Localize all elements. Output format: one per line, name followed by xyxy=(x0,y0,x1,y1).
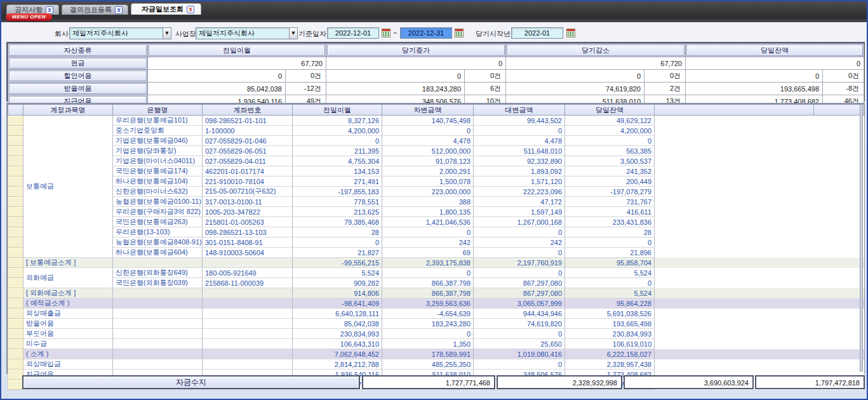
cell-bank-name[interactable] xyxy=(113,309,203,319)
cell-prev-balance[interactable]: 230,834,993 xyxy=(293,329,382,339)
cell-bank-name[interactable]: 신한은행(마이너스632) xyxy=(113,187,203,197)
cell-account-number[interactable]: 462201-01-017174 xyxy=(203,166,293,177)
cell-bank-name[interactable]: 우리은행(13-103) xyxy=(113,227,203,237)
cell-bank-name[interactable]: 신한은행(외화통장649) xyxy=(113,268,203,278)
row-header-cell[interactable] xyxy=(8,309,23,319)
cell-credit[interactable]: 0 xyxy=(474,359,565,370)
cell-account-number[interactable]: 180-005-921649 xyxy=(203,268,293,278)
row-header-cell[interactable] xyxy=(8,339,23,349)
cell-credit[interactable]: 944,434,946 xyxy=(474,309,565,319)
company-select-value[interactable] xyxy=(70,28,163,39)
cell-today-balance[interactable]: 2,328,957,438 xyxy=(565,359,655,370)
close-icon[interactable]: x xyxy=(46,6,53,14)
cell-account-number[interactable] xyxy=(203,298,293,309)
cell-bank-name[interactable]: 국민은행(외화통장039) xyxy=(113,278,203,288)
cell-prev-balance[interactable]: 213,625 xyxy=(293,207,382,217)
row-header-cell[interactable] xyxy=(8,146,23,156)
cell-credit[interactable]: 25,650 xyxy=(474,339,565,349)
calendar-icon[interactable] xyxy=(382,29,391,37)
cell-today-balance[interactable]: 193,665,498 xyxy=(565,319,655,329)
row-header-cell[interactable] xyxy=(8,156,23,166)
row-header-cell[interactable] xyxy=(8,136,23,146)
row-header-cell[interactable] xyxy=(8,197,23,207)
cell-prev-balance[interactable]: 0 xyxy=(293,237,382,248)
cell-debit[interactable]: 0 xyxy=(382,126,474,136)
cell-account-number[interactable] xyxy=(203,319,293,329)
cell-account-number[interactable]: 215801-01-005263 xyxy=(203,217,293,227)
cell-debit[interactable]: 178,589,991 xyxy=(382,349,474,359)
cell-row-label[interactable]: ( 소계 ) xyxy=(23,349,113,359)
row-header-cell[interactable] xyxy=(8,187,23,197)
cell-prev-balance[interactable]: 914,806 xyxy=(293,288,382,298)
cell-row-label[interactable]: 외상매입금 xyxy=(23,359,113,370)
cell-row-label[interactable]: 외상매출금 xyxy=(23,309,113,319)
cell-credit[interactable]: 47,172 xyxy=(474,197,565,207)
cell-debit[interactable]: 140,745,498 xyxy=(382,116,474,126)
cell-prev-balance[interactable]: 211,395 xyxy=(293,146,382,156)
cell-debit[interactable]: 866,387,798 xyxy=(382,278,474,288)
cell-debit[interactable]: 1,421,046,536 xyxy=(382,217,474,227)
cell-account-number[interactable]: 148-910003-50604 xyxy=(203,248,293,258)
cell-account-number[interactable]: 215-05-007210(구632) xyxy=(203,187,293,197)
cell-credit[interactable]: 1,597,149 xyxy=(474,207,565,217)
cell-account-number[interactable]: 1-100000 xyxy=(203,126,293,136)
cell-prev-balance[interactable]: 4,755,304 xyxy=(293,156,382,166)
cell-account-number[interactable]: 215868-11-000039 xyxy=(203,278,293,288)
chevron-down-icon[interactable]: ▼ xyxy=(289,28,297,39)
cell-bank-name[interactable] xyxy=(113,298,203,309)
cell-today-balance[interactable]: 3,500,537 xyxy=(565,156,655,166)
cell-row-label[interactable]: [ 보통예금소계 ] xyxy=(23,258,113,268)
close-icon[interactable]: x xyxy=(115,6,123,14)
cell-bank-name[interactable]: 하나은행(보통예금604) xyxy=(113,248,203,258)
cell-debit[interactable]: 2,393,175,838 xyxy=(382,258,474,268)
cell-debit[interactable]: 242 xyxy=(382,237,474,248)
cell-account-number[interactable]: 1005-203-347822 xyxy=(203,207,293,217)
cell-debit[interactable]: 388 xyxy=(382,197,474,207)
cell-prev-balance[interactable]: 271,491 xyxy=(293,177,382,187)
cell-bank-name[interactable] xyxy=(113,288,203,298)
cell-credit[interactable]: 2,197,760,919 xyxy=(474,258,565,268)
row-header-cell[interactable] xyxy=(8,207,23,217)
cell-prev-balance[interactable]: -197,855,183 xyxy=(293,187,382,197)
cell-today-balance[interactable]: 416,611 xyxy=(565,207,655,217)
cell-account-number[interactable]: 317-0013-0100-11 xyxy=(203,197,293,207)
cell-debit[interactable]: 183,243,280 xyxy=(382,319,474,329)
cell-debit[interactable]: 866,387,798 xyxy=(382,288,474,298)
cell-debit[interactable]: 1,350 xyxy=(382,339,474,349)
cell-account-number[interactable] xyxy=(203,349,293,359)
cell-bank-name[interactable] xyxy=(113,258,203,268)
cell-today-balance[interactable]: 49,629,122 xyxy=(565,116,655,126)
period-start-input[interactable] xyxy=(511,27,563,39)
date-to-input[interactable] xyxy=(400,27,452,39)
cell-debit[interactable]: 512,000,000 xyxy=(382,146,474,156)
row-header-cell[interactable] xyxy=(8,237,23,248)
cell-account-number[interactable] xyxy=(203,258,293,268)
row-header-cell[interactable] xyxy=(8,288,23,298)
cell-today-balance[interactable]: 21,896 xyxy=(565,248,655,258)
cell-bank-name[interactable]: 농협은행(보통예금0100-11) xyxy=(113,197,203,207)
cell-group-label[interactable]: 보통예금 xyxy=(23,116,113,258)
row-header-cell[interactable] xyxy=(8,349,23,359)
cell-prev-balance[interactable]: 4,200,000 xyxy=(293,126,382,136)
cell-debit[interactable]: 3,259,563,636 xyxy=(382,298,474,309)
cell-bank-name[interactable]: 기업은행(보통예금046) xyxy=(113,136,203,146)
cell-prev-balance[interactable]: 134,153 xyxy=(293,166,382,177)
cell-bank-name[interactable] xyxy=(113,319,203,329)
cell-prev-balance[interactable]: 0 xyxy=(293,136,382,146)
cell-credit[interactable]: 1,893,092 xyxy=(474,166,565,177)
cell-prev-balance[interactable]: 778,551 xyxy=(293,197,382,207)
cell-debit[interactable]: 2,000,291 xyxy=(382,166,474,177)
cell-credit[interactable]: 1,267,000,168 xyxy=(474,217,565,227)
cell-account-number[interactable] xyxy=(203,329,293,339)
cell-credit[interactable]: 99,443,502 xyxy=(474,116,565,126)
cell-row-label[interactable]: 미수금 xyxy=(23,339,113,349)
cell-bank-name[interactable]: 우리은행(보통예금101) xyxy=(113,116,203,126)
row-header-cell[interactable] xyxy=(8,217,23,227)
cell-bank-name[interactable] xyxy=(113,359,203,370)
cell-debit[interactable]: 0 xyxy=(382,329,474,339)
cell-today-balance[interactable]: 95,864,228 xyxy=(565,298,655,309)
cell-credit[interactable]: 0 xyxy=(474,329,565,339)
row-header-cell[interactable] xyxy=(8,329,23,339)
cell-bank-name[interactable]: 중소기업중앙회 xyxy=(113,126,203,136)
chevron-down-icon[interactable]: ▼ xyxy=(163,28,171,39)
